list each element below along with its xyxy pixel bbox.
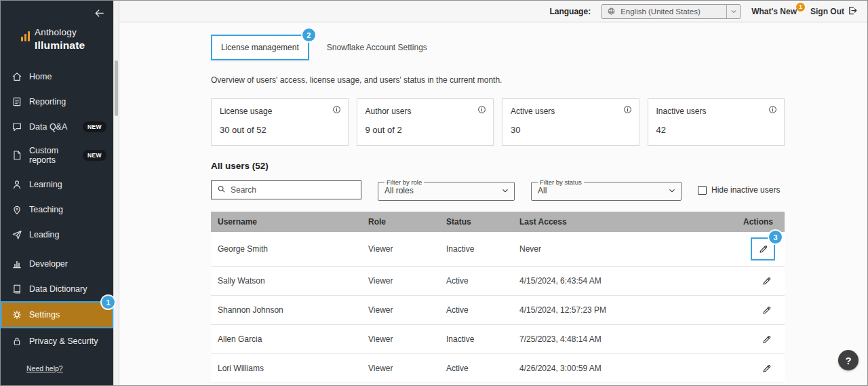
main-area: Language: English (United States) What's… <box>119 1 867 385</box>
filter-role-label: Filter by role <box>384 179 424 186</box>
data-qa-icon <box>12 121 22 132</box>
filter-role-select[interactable]: Filter by role All roles <box>378 179 515 201</box>
edit-user-button[interactable] <box>754 240 772 258</box>
leading-icon <box>12 229 22 240</box>
tab-bar: License management 2 Snowflake Account S… <box>211 35 785 60</box>
sign-out-button[interactable]: Sign Out <box>810 5 858 18</box>
stat-card-inactive-users: Inactive users 42 <box>648 98 785 146</box>
hide-inactive-label: Hide inactive users <box>711 185 780 195</box>
sidebar-nav: Home Reporting Data Q&A NEW Custom repor… <box>1 64 113 353</box>
teaching-icon <box>12 204 22 215</box>
help-button[interactable]: ? <box>838 350 859 370</box>
language-value: English (United States) <box>620 7 722 16</box>
sidebar-item-settings[interactable]: Settings 1 <box>1 301 113 328</box>
new-badge: NEW <box>83 150 106 161</box>
data-dictionary-icon <box>12 284 22 294</box>
sidebar-item-label: Data Dictionary <box>29 284 87 294</box>
reporting-icon <box>12 96 22 107</box>
cell-username: Sally Watson <box>211 267 361 296</box>
chevron-down-icon <box>667 186 677 195</box>
table-row: Sally Watson Viewer Active 4/15/2024, 6:… <box>211 267 785 296</box>
sidebar-item-home[interactable]: Home <box>1 64 113 89</box>
table-controls: Filter by role All roles Filter by statu… <box>211 179 785 201</box>
edit-pencil-icon <box>762 276 772 286</box>
sidebar-item-teaching[interactable]: Teaching <box>1 197 113 222</box>
sidebar-item-label: Privacy & Security <box>29 336 98 346</box>
cell-username: Lori Williams <box>211 354 361 383</box>
edit-pencil-icon <box>762 305 772 315</box>
sidebar-item-developer[interactable]: Developer <box>1 251 113 276</box>
hide-inactive-checkbox-wrap[interactable]: Hide inactive users <box>698 185 780 195</box>
sidebar-item-data-dictionary[interactable]: Data Dictionary <box>1 276 113 301</box>
tab-snowflake-account-settings[interactable]: Snowflake Account Settings <box>327 43 427 52</box>
stat-label: Inactive users <box>656 107 776 116</box>
chevron-down-icon <box>726 5 740 18</box>
brand-name-top: Anthology <box>35 27 85 39</box>
sidebar-item-learning[interactable]: Learning <box>1 172 113 197</box>
globe-icon <box>607 7 616 16</box>
info-icon[interactable] <box>768 105 777 114</box>
col-header-username: Username <box>211 212 361 232</box>
anthology-logo-mark-icon <box>21 31 30 41</box>
cell-status: Active <box>439 354 513 383</box>
hide-inactive-checkbox[interactable] <box>698 186 707 195</box>
scrollbar-thumb[interactable] <box>115 60 118 116</box>
cell-username: Thomas Anderson <box>211 383 361 386</box>
stat-card-license-usage: License usage 30 out of 52 <box>211 98 349 146</box>
info-icon[interactable] <box>623 105 632 114</box>
cell-username: George Smith <box>211 232 361 267</box>
sidebar-item-label: Settings <box>29 310 60 320</box>
info-icon[interactable] <box>332 105 341 114</box>
whats-new-label: What's New <box>751 7 797 16</box>
users-table: Username Role Status Last Access Actions… <box>211 212 785 385</box>
back-arrow-icon[interactable] <box>94 7 105 19</box>
whats-new-link[interactable]: What's New 1 <box>751 7 800 16</box>
callout-badge-3: 3 <box>769 231 782 244</box>
page-description: Overview of users' access, license usage… <box>211 75 785 85</box>
stat-cards: License usage 30 out of 52 Author users … <box>211 98 785 146</box>
language-select[interactable]: English (United States) <box>601 4 741 19</box>
edit-user-button[interactable] <box>757 301 775 319</box>
brand-logo: Anthology Illuminate <box>1 22 113 64</box>
table-row: Thomas Anderson Viewer Active 4/12/2024,… <box>211 383 785 386</box>
cell-last-access: 4/26/2024, 3:00:59 AM <box>513 354 736 383</box>
cell-last-access: 4/15/2024, 6:43:54 AM <box>513 267 736 296</box>
filter-status-select[interactable]: Filter by status All <box>531 179 682 201</box>
sidebar-item-custom-reports[interactable]: Custom reports NEW <box>1 139 113 172</box>
info-icon[interactable] <box>477 105 486 114</box>
edit-user-button[interactable] <box>757 360 775 377</box>
search-icon <box>217 184 226 196</box>
cell-role: Viewer <box>361 383 439 386</box>
vertical-scrollbar[interactable] <box>113 1 119 385</box>
sidebar-item-label: Reporting <box>29 97 66 107</box>
search-input[interactable] <box>231 185 355 195</box>
filter-role-value: All roles <box>384 186 500 195</box>
table-row: Allen Garcia Viewer Inactive 7/25/2023, … <box>211 325 785 354</box>
edit-user-button[interactable] <box>757 330 775 348</box>
all-users-heading: All users (52) <box>211 161 785 171</box>
cell-username: Allen Garcia <box>211 325 361 354</box>
sidebar-item-reporting[interactable]: Reporting <box>1 89 113 114</box>
edit-button-highlight: 3 <box>751 237 775 260</box>
col-header-role: Role <box>361 212 439 232</box>
sidebar-item-leading[interactable]: Leading <box>1 222 113 247</box>
learning-icon <box>12 179 22 190</box>
table-row: George Smith Viewer Inactive Never 3 <box>211 232 785 267</box>
cell-status: Inactive <box>439 232 513 267</box>
cell-role: Viewer <box>361 354 439 383</box>
edit-user-button[interactable] <box>757 272 775 290</box>
tab-license-management[interactable]: License management 2 <box>211 35 309 60</box>
sidebar-item-label: Developer <box>29 259 68 269</box>
privacy-lock-icon <box>12 336 22 347</box>
need-help-link[interactable]: Need help? <box>26 364 63 372</box>
brand-name-bottom: Illuminate <box>35 39 85 52</box>
col-header-actions: Actions <box>736 212 785 232</box>
sidebar-item-data-qa[interactable]: Data Q&A NEW <box>1 114 113 139</box>
sidebar-item-label: Custom reports <box>29 146 76 165</box>
sidebar-item-privacy-security[interactable]: Privacy & Security <box>1 328 113 353</box>
edit-pencil-icon <box>762 364 772 374</box>
new-badge: NEW <box>83 121 106 132</box>
cell-last-access: 4/12/2024, 4:11:26 AM <box>513 383 736 386</box>
language-label: Language: <box>549 7 591 16</box>
sidebar-item-label: Home <box>29 72 52 81</box>
